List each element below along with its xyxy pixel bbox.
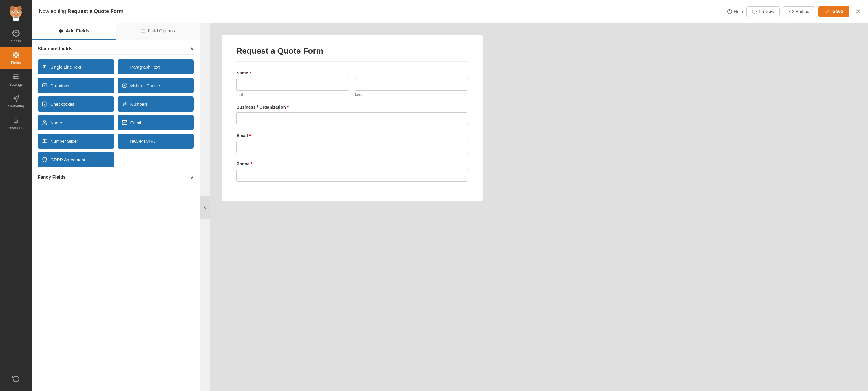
field-btn-paragraph-text-label: Paragraph Text xyxy=(130,65,160,69)
envelope-icon xyxy=(122,120,127,125)
phone-input[interactable] xyxy=(236,169,468,182)
sidebar-item-history[interactable] xyxy=(0,371,32,386)
field-btn-single-line-text[interactable]: T Single Line Text xyxy=(38,59,114,74)
sidebar-item-marketing-label: Marketing xyxy=(7,104,24,108)
sidebar-item-setup-label: Setup xyxy=(11,39,21,43)
preview-label: Preview xyxy=(759,9,774,14)
sidebar-item-settings-label: Settings xyxy=(9,82,23,87)
svg-point-2 xyxy=(17,6,22,11)
svg-point-49 xyxy=(44,139,44,140)
field-btn-checkboxes-label: Checkboxes xyxy=(51,102,74,107)
topbar-prefix: Now editing xyxy=(39,8,67,14)
form-field-phone: Phone* xyxy=(236,161,468,182)
field-btn-paragraph-text[interactable]: Paragraph Text xyxy=(118,59,194,74)
email-input[interactable] xyxy=(236,141,468,153)
svg-point-1 xyxy=(10,6,15,11)
standard-fields-header: Standard Fields ∧ xyxy=(38,46,194,55)
topbar-form-name: Request a Quote Form xyxy=(67,8,123,14)
help-button[interactable]: Help xyxy=(727,9,743,14)
sidebar-item-setup[interactable]: Setup xyxy=(0,26,32,47)
sidebar-item-marketing[interactable]: Marketing xyxy=(0,91,32,112)
tab-field-options-label: Field Options xyxy=(148,28,175,34)
tab-field-options[interactable]: Field Options xyxy=(116,23,200,40)
svg-point-20 xyxy=(13,76,14,77)
field-btn-name-label: Name xyxy=(51,120,62,125)
panel-collapse-button[interactable]: ‹ xyxy=(200,196,210,219)
close-button[interactable]: ✕ xyxy=(855,7,861,16)
svg-rect-35 xyxy=(42,84,47,87)
main-content: Now editing Request a Quote Form Help Pr… xyxy=(32,0,868,391)
tab-add-fields[interactable]: Add Fields xyxy=(32,23,116,40)
content-area: Add Fields Field Options Standard Fields… xyxy=(32,23,868,391)
form-title: Request a Quote Form xyxy=(236,46,468,62)
name-first-input[interactable] xyxy=(236,78,349,91)
field-btn-dropdown[interactable]: Dropdown xyxy=(38,78,114,93)
name-last-input[interactable] xyxy=(355,78,468,91)
svg-point-43 xyxy=(44,120,46,122)
sidebar-item-settings[interactable]: Settings xyxy=(0,69,32,91)
field-options-icon xyxy=(140,28,145,34)
embed-button[interactable]: Embed xyxy=(783,6,815,17)
field-btn-recaptcha[interactable]: G reCAPTCHA xyxy=(118,133,194,149)
sidebar-item-payments-label: Payments xyxy=(7,126,24,130)
fancy-fields-header: Fancy Fields ∨ xyxy=(38,174,194,183)
sidebar-item-payments[interactable]: Payments xyxy=(0,112,32,134)
name-row: First Last xyxy=(236,78,468,96)
name-last-sublabel: Last xyxy=(355,92,468,96)
svg-point-48 xyxy=(44,141,45,141)
svg-rect-13 xyxy=(13,52,16,55)
svg-line-42 xyxy=(125,102,125,106)
form-container: Request a Quote Form Name* First Last xyxy=(222,35,483,201)
svg-point-24 xyxy=(753,11,755,12)
field-btn-recaptcha-label: reCAPTCHA xyxy=(130,139,155,144)
form-label-business: Business / Organization* xyxy=(236,104,468,110)
sidebar-item-fields[interactable]: Fields xyxy=(0,47,32,69)
sidebar-item-fields-label: Fields xyxy=(11,61,21,65)
help-icon xyxy=(727,9,732,14)
fancy-fields-title: Fancy Fields xyxy=(38,175,66,180)
fancy-fields-toggle[interactable]: ∨ xyxy=(190,174,194,180)
field-btn-name[interactable]: Name xyxy=(38,115,114,130)
svg-point-50 xyxy=(42,142,43,143)
field-btn-number-slider-label: Number Slider xyxy=(51,139,78,144)
dropdown-icon xyxy=(42,83,48,88)
field-btn-gdpr[interactable]: GDPR Agreement xyxy=(38,152,114,167)
svg-point-8 xyxy=(14,13,18,16)
field-btn-numbers[interactable]: Numbers xyxy=(118,96,194,112)
svg-point-5 xyxy=(13,11,14,12)
person-icon xyxy=(42,120,48,125)
name-last-sub: Last xyxy=(355,78,468,96)
circle-dot-icon xyxy=(122,83,127,88)
field-btn-number-slider[interactable]: Number Slider xyxy=(38,133,114,149)
hash-icon xyxy=(122,101,127,107)
preview-button[interactable]: Preview xyxy=(746,6,780,17)
eye-icon xyxy=(752,9,757,14)
field-btn-email[interactable]: Email xyxy=(118,115,194,130)
svg-point-12 xyxy=(15,32,17,34)
code-icon xyxy=(788,9,794,14)
form-field-email: Email* xyxy=(236,133,468,153)
svg-rect-14 xyxy=(17,52,19,55)
add-fields-icon xyxy=(58,28,63,34)
svg-point-6 xyxy=(18,11,19,12)
form-label-phone: Phone* xyxy=(236,161,468,166)
paragraph-icon xyxy=(122,64,127,70)
field-btn-checkboxes[interactable]: Checkboxes xyxy=(38,96,114,112)
field-btn-multiple-choice[interactable]: Multiple Choice xyxy=(118,78,194,93)
svg-rect-15 xyxy=(13,56,16,58)
svg-line-41 xyxy=(123,102,124,106)
field-btn-numbers-label: Numbers xyxy=(130,102,148,107)
form-label-name: Name* xyxy=(236,70,468,75)
svg-text:G: G xyxy=(122,139,125,143)
business-input[interactable] xyxy=(236,112,468,125)
standard-fields-toggle[interactable]: ∧ xyxy=(190,46,194,52)
fields-panel: Add Fields Field Options Standard Fields… xyxy=(32,23,200,391)
topbar-title: Now editing Request a Quote Form xyxy=(39,8,722,14)
field-btn-gdpr-label: GDPR Agreement xyxy=(51,157,85,162)
save-button[interactable]: Save xyxy=(818,6,849,17)
embed-label: Embed xyxy=(796,9,809,14)
topbar-actions: Help Preview Embed Save ✕ xyxy=(727,6,861,17)
save-label: Save xyxy=(832,9,843,14)
field-btn-multiple-choice-label: Multiple Choice xyxy=(130,83,160,88)
sliders-h-icon xyxy=(42,138,48,144)
